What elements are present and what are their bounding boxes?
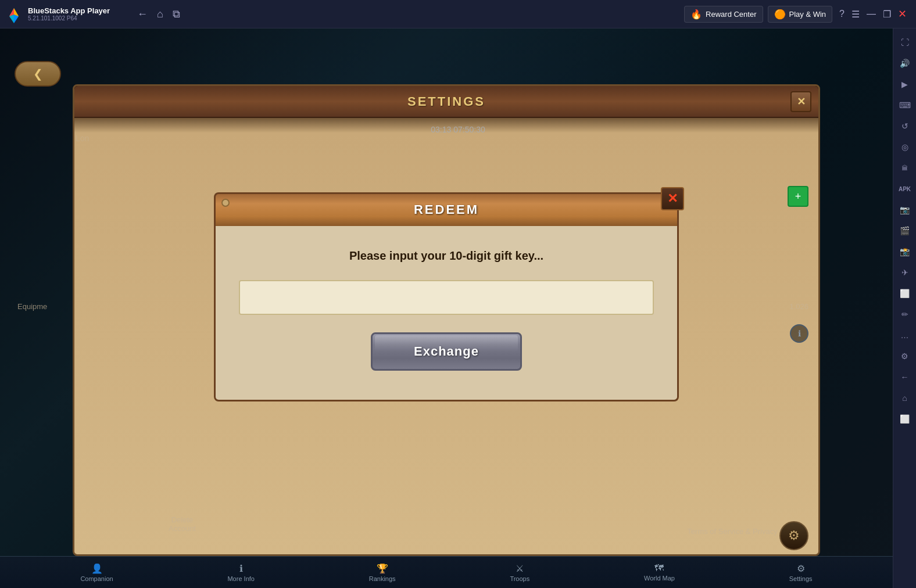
play-win-label: Play & Win xyxy=(789,10,826,19)
play-win-button[interactable]: 🟠 Play & Win xyxy=(768,6,833,23)
exchange-button-label: Exchange xyxy=(414,344,479,358)
maximize-icon[interactable]: ❐ xyxy=(883,9,891,20)
sidebar-home-icon[interactable]: ⌂ xyxy=(896,389,914,407)
sidebar-pen-icon[interactable]: ✏ xyxy=(896,305,914,324)
app-info: BlueStacks App Player 5.21.101.1002 P64 xyxy=(28,6,110,21)
sidebar-airplane-icon[interactable]: ✈ xyxy=(896,263,914,282)
redeem-close-button[interactable]: ✕ xyxy=(661,187,684,210)
redeem-title: REDEEM xyxy=(414,202,479,217)
sidebar-fullscreen-icon[interactable]: ⛶ xyxy=(896,33,914,52)
redeem-dialog: REDEEM ✕ Please input your 10-digit gift… xyxy=(214,192,679,401)
menu-icon[interactable]: ☰ xyxy=(851,9,860,20)
topbar-nav: ← ⌂ ⧉ xyxy=(128,8,180,20)
exchange-button[interactable]: Exchange xyxy=(371,332,522,371)
sidebar-camera-icon[interactable]: 📷 xyxy=(896,200,914,219)
sidebar-square-icon[interactable]: ⬜ xyxy=(896,410,914,428)
corner-pin-tl xyxy=(221,199,230,207)
reward-center-label: Reward Center xyxy=(706,10,756,19)
tabs-nav-icon[interactable]: ⧉ xyxy=(173,8,180,20)
sidebar-back-icon[interactable]: ← xyxy=(896,368,914,386)
sidebar-video-icon[interactable]: 🎬 xyxy=(896,221,914,240)
sidebar-apk-icon[interactable]: APK xyxy=(896,180,914,198)
sidebar-more-icon[interactable]: … xyxy=(896,326,914,345)
sidebar-window-icon[interactable]: ⬜ xyxy=(896,284,914,303)
gift-key-input[interactable] xyxy=(239,280,654,315)
redeem-overlay: REDEEM ✕ Please input your 10-digit gift… xyxy=(0,28,893,588)
close-window-button[interactable]: ✕ xyxy=(898,8,907,20)
sidebar-play-icon[interactable]: ▶ xyxy=(896,75,914,94)
redeem-input-wrap xyxy=(239,280,654,315)
app-version: 5.21.101.1002 P64 xyxy=(28,15,110,21)
help-icon[interactable]: ? xyxy=(839,9,845,19)
sidebar-rotate-icon[interactable]: ↺ xyxy=(896,117,914,135)
sidebar-building-icon[interactable]: 🏛 xyxy=(896,159,914,177)
reward-center-button[interactable]: 🔥 Reward Center xyxy=(684,6,763,23)
sidebar-volume-icon[interactable]: 🔊 xyxy=(896,54,914,73)
redeem-header: REDEEM ✕ xyxy=(214,192,679,226)
redeem-body: Please input your 10-digit gift key... E… xyxy=(214,226,679,401)
redeem-instruction: Please input your 10-digit gift key... xyxy=(349,249,543,263)
back-nav-icon[interactable]: ← xyxy=(137,8,148,20)
bluestacks-logo xyxy=(5,5,23,23)
app-title: BlueStacks App Player xyxy=(28,6,110,15)
sidebar-screenshot-icon[interactable]: 📸 xyxy=(896,242,914,261)
sidebar-target-icon[interactable]: ◎ xyxy=(896,138,914,156)
topbar-actions: ? ☰ — ❐ ✕ xyxy=(835,8,911,20)
minimize-icon[interactable]: — xyxy=(867,9,876,19)
sidebar-gear-icon[interactable]: ⚙ xyxy=(896,347,914,365)
reward-fire-icon: 🔥 xyxy=(690,9,702,20)
topbar: BlueStacks App Player 5.21.101.1002 P64 … xyxy=(0,0,916,28)
home-nav-icon[interactable]: ⌂ xyxy=(157,8,163,20)
sidebar-keyboard-icon[interactable]: ⌨ xyxy=(896,96,914,114)
right-sidebar: ⛶ 🔊 ▶ ⌨ ↺ ◎ 🏛 APK 📷 🎬 📸 ✈ ⬜ ✏ … ⚙ ← ⌂ ⬜ xyxy=(893,28,916,588)
topbar-left: BlueStacks App Player 5.21.101.1002 P64 xyxy=(0,5,128,23)
play-win-icon: 🟠 xyxy=(774,9,786,20)
topbar-right: 🔥 Reward Center 🟠 Play & Win ? ☰ — ❐ ✕ xyxy=(684,6,916,23)
